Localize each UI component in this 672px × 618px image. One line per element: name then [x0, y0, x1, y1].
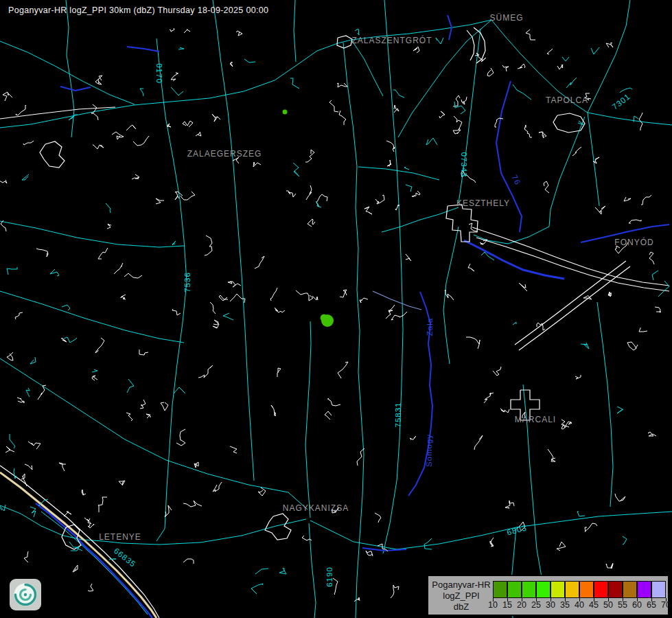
legend-cell [637, 581, 651, 598]
legend-cell [522, 581, 536, 598]
legend-cell [551, 581, 565, 598]
legend-cell [507, 581, 522, 598]
road-number-label: 7301 [611, 92, 632, 111]
radar-viewport: ZALASZENTGRÓTSÜMEGTAPOLCAZALAEGERSZEGKES… [0, 0, 672, 618]
river-label: 76 [510, 174, 522, 187]
city-label: TAPOLCA [546, 95, 588, 105]
city-label: NAGYKANIZSA [283, 503, 349, 513]
legend-cell [651, 581, 666, 598]
road-number-label: 66835 [113, 547, 138, 569]
city-label: ZALASZENTGRÓT [351, 36, 432, 45]
radar-header-title: Poganyvar-HR logZ_PPI 30km (dbZ) Thursda… [8, 5, 268, 15]
legend-cell [608, 581, 623, 598]
legend-cell [565, 581, 579, 598]
legend-cell [536, 581, 551, 598]
city-label: KESZTHELY [456, 198, 510, 208]
legend-cell [579, 581, 594, 598]
river-label: Somogy [425, 434, 433, 467]
city-label: SÜMEG [489, 13, 523, 23]
legend-product-name: Poganyvar-HR [430, 580, 493, 591]
road-number-label: 7536 [183, 272, 192, 293]
city-label: MARCALI [515, 415, 556, 424]
swirl-icon [10, 579, 41, 610]
legend-cell [493, 581, 507, 598]
city-label: FONYÓD [614, 238, 653, 247]
city-label: ZALAEGERSZEG [187, 149, 262, 159]
map-labels-layer: ZALASZENTGRÓTSÜMEGTAPOLCAZALAEGERSZEGKES… [0, 0, 672, 618]
met-service-logo [10, 579, 41, 610]
road-number-label: 0170 [155, 63, 163, 84]
road-number-label: 07343 [460, 152, 468, 178]
legend: Poganyvar-HR logZ_PPI dbZ 10152025303540… [427, 575, 669, 616]
legend-cell [623, 581, 637, 598]
legend-cell [594, 581, 608, 598]
road-number-label: 6803 [506, 523, 528, 536]
road-number-label: 75831 [394, 402, 402, 428]
road-number-label: 6190 [325, 566, 334, 587]
legend-color-scale [493, 581, 666, 598]
river-label: Zala [426, 318, 434, 336]
legend-tick-label: 70 [657, 600, 672, 610]
city-label: LETENYE [99, 532, 141, 542]
